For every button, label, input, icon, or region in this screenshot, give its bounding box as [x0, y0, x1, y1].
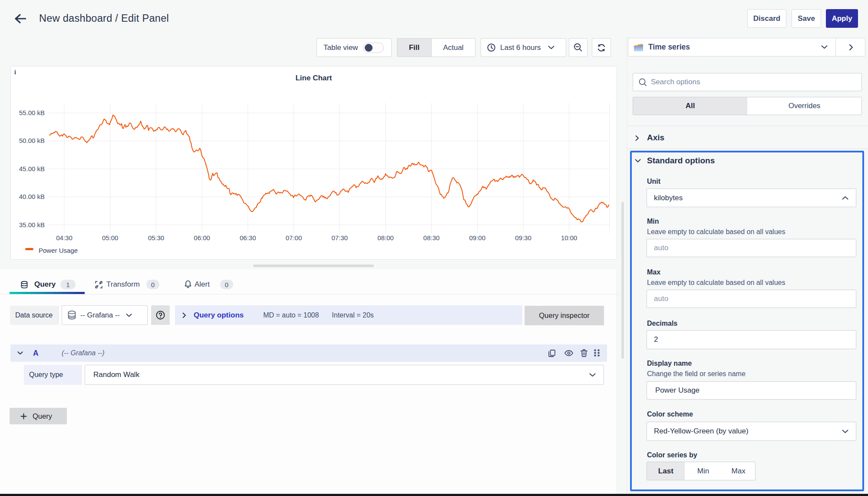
- svg-text:05:30: 05:30: [148, 234, 165, 241]
- svg-text:08:00: 08:00: [377, 234, 394, 241]
- svg-text:08:30: 08:30: [423, 234, 440, 241]
- svg-text:50.00 kB: 50.00 kB: [19, 137, 45, 144]
- svg-text:05:00: 05:00: [102, 234, 119, 241]
- svg-text:09:30: 09:30: [515, 234, 531, 241]
- svg-text:07:00: 07:00: [286, 234, 302, 241]
- svg-text:45.00 kB: 45.00 kB: [19, 165, 45, 172]
- svg-text:04:30: 04:30: [56, 234, 73, 241]
- svg-text:Power Usage: Power Usage: [39, 247, 78, 254]
- svg-text:07:30: 07:30: [331, 234, 348, 241]
- svg-text:06:00: 06:00: [194, 234, 210, 241]
- svg-text:40.00 kB: 40.00 kB: [19, 193, 45, 200]
- svg-text:10:00: 10:00: [561, 234, 578, 241]
- svg-text:06:30: 06:30: [240, 234, 256, 241]
- svg-text:09:00: 09:00: [469, 234, 486, 241]
- svg-text:35.00 kB: 35.00 kB: [19, 221, 45, 228]
- svg-text:55.00 kB: 55.00 kB: [19, 109, 45, 116]
